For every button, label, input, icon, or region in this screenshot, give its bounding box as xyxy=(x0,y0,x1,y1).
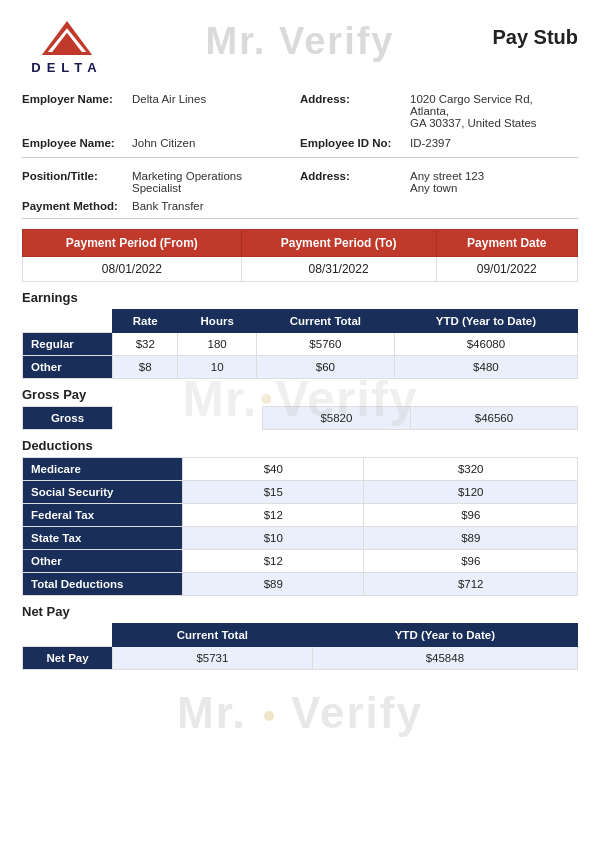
position-section: Position/Title: Marketing Operations Spe… xyxy=(22,162,578,219)
gross-empty2 xyxy=(203,407,263,430)
deduction-medicare-ytd: $320 xyxy=(364,458,578,481)
deduction-row-state: State Tax $10 $89 xyxy=(23,527,578,550)
deduction-state-ytd: $89 xyxy=(364,527,578,550)
position-title-row: Position/Title: Marketing Operations Spe… xyxy=(22,168,300,196)
deduction-total-current: $89 xyxy=(183,573,364,596)
deduction-social-current: $15 xyxy=(183,481,364,504)
gross-label: Gross xyxy=(23,407,113,430)
payment-method-label: Payment Method: xyxy=(22,200,132,212)
net-pay-row: Net Pay $5731 $45848 xyxy=(23,647,578,670)
watermark-bottom: Mr. Verify xyxy=(177,688,423,737)
net-pay-ytd: $45848 xyxy=(312,647,577,670)
gross-table: Gross $5820 $46560 xyxy=(22,406,578,430)
earnings-empty-header xyxy=(23,310,113,333)
gross-pay-title: Gross Pay xyxy=(22,387,578,402)
deduction-row-federal: Federal Tax $12 $96 xyxy=(23,504,578,527)
gross-ytd: $46560 xyxy=(410,407,577,430)
period-to-value: 08/31/2022 xyxy=(241,257,436,282)
earnings-regular-label: Regular xyxy=(23,333,113,356)
deduction-federal-current: $12 xyxy=(183,504,364,527)
employee-id-row: Employee ID No: ID-2397 xyxy=(300,135,578,151)
position-row: Position/Title: Marketing Operations Spe… xyxy=(22,166,578,198)
employee-id-label: Employee ID No: xyxy=(300,137,410,149)
earnings-row-other: Other $8 10 $60 $480 xyxy=(23,356,578,379)
employee-name-label: Employee Name: xyxy=(22,137,132,149)
employee-row: Employee Name: John Citizen Employee ID … xyxy=(22,133,578,153)
earnings-regular-rate: $32 xyxy=(113,333,178,356)
deduction-state-label: State Tax xyxy=(23,527,183,550)
earnings-row-regular: Regular $32 180 $5760 $46080 xyxy=(23,333,578,356)
earnings-table: Rate Hours Current Total YTD (Year to Da… xyxy=(22,309,578,379)
earnings-other-hours: 10 xyxy=(178,356,256,379)
netpay-ytd-header: YTD (Year to Date) xyxy=(312,624,577,647)
delta-text: DELTA xyxy=(31,60,102,75)
deduction-other-current: $12 xyxy=(183,550,364,573)
deduction-social-ytd: $120 xyxy=(364,481,578,504)
net-pay-table: Current Total YTD (Year to Date) Net Pay… xyxy=(22,623,578,670)
position-address-label: Address: xyxy=(300,170,410,182)
position-address-value: Any street 123 Any town xyxy=(410,170,484,194)
earnings-current-header: Current Total xyxy=(256,310,394,333)
employer-section: Employer Name: Delta Air Lines Address: … xyxy=(22,85,578,158)
deduction-medicare-label: Medicare xyxy=(23,458,183,481)
employee-name-row: Employee Name: John Citizen xyxy=(22,135,300,151)
deduction-federal-label: Federal Tax xyxy=(23,504,183,527)
deduction-state-current: $10 xyxy=(183,527,364,550)
deduction-row-medicare: Medicare $40 $320 xyxy=(23,458,578,481)
payment-method-value: Bank Transfer xyxy=(132,200,204,212)
deduction-total-ytd: $712 xyxy=(364,573,578,596)
position-value: Marketing Operations Specialist xyxy=(132,170,242,194)
earnings-other-ytd: $480 xyxy=(394,356,577,379)
deduction-row-total: Total Deductions $89 $712 xyxy=(23,573,578,596)
netpay-empty-header xyxy=(23,624,113,647)
deductions-title: Deductions xyxy=(22,438,578,453)
earnings-other-label: Other xyxy=(23,356,113,379)
employer-address-label: Address: xyxy=(300,93,410,105)
earnings-regular-ytd: $46080 xyxy=(394,333,577,356)
pay-stub-label: Pay Stub xyxy=(488,18,578,49)
gross-empty1 xyxy=(113,407,203,430)
netpay-current-header: Current Total xyxy=(113,624,313,647)
payment-method-row: Payment Method: Bank Transfer xyxy=(22,198,578,214)
deduction-medicare-current: $40 xyxy=(183,458,364,481)
pay-stub-page: Mr. Verify DELTA Mr. Verify Pay Stub Emp… xyxy=(0,0,600,849)
deductions-table: Medicare $40 $320 Social Security $15 $1… xyxy=(22,457,578,596)
watermark-bottom-area: Mr. Verify xyxy=(22,688,578,748)
employee-name-value: John Citizen xyxy=(132,137,195,149)
watermark-bottom-dot xyxy=(264,711,274,721)
earnings-rate-header: Rate xyxy=(113,310,178,333)
logo-area: DELTA xyxy=(22,18,112,75)
earnings-title: Earnings xyxy=(22,290,578,305)
earnings-hours-header: Hours xyxy=(178,310,256,333)
payment-date-value: 09/01/2022 xyxy=(436,257,577,282)
position-label: Position/Title: xyxy=(22,170,132,182)
header-mr-verify: Mr. Verify xyxy=(112,18,488,60)
employer-name-label: Employer Name: xyxy=(22,93,132,105)
header: DELTA Mr. Verify Pay Stub xyxy=(22,18,578,75)
period-from-header: Payment Period (From) xyxy=(23,230,242,257)
deduction-row-social: Social Security $15 $120 xyxy=(23,481,578,504)
net-pay-label: Net Pay xyxy=(23,647,113,670)
employer-address-row: Address: 1020 Cargo Service Rd, Atlanta,… xyxy=(300,91,578,131)
deduction-row-other: Other $12 $96 xyxy=(23,550,578,573)
deduction-social-label: Social Security xyxy=(23,481,183,504)
gross-current: $5820 xyxy=(263,407,411,430)
employer-name-value: Delta Air Lines xyxy=(132,93,206,105)
payment-date-header: Payment Date xyxy=(436,230,577,257)
earnings-ytd-header: YTD (Year to Date) xyxy=(394,310,577,333)
earnings-other-rate: $8 xyxy=(113,356,178,379)
deduction-other-ytd: $96 xyxy=(364,550,578,573)
earnings-regular-hours: 180 xyxy=(178,333,256,356)
deduction-other-label: Other xyxy=(23,550,183,573)
delta-logo xyxy=(37,18,97,58)
employee-id-value: ID-2397 xyxy=(410,137,451,149)
position-address-row: Address: Any street 123 Any town xyxy=(300,168,578,196)
earnings-regular-current: $5760 xyxy=(256,333,394,356)
deduction-total-label: Total Deductions xyxy=(23,573,183,596)
employer-row: Employer Name: Delta Air Lines Address: … xyxy=(22,89,578,133)
deduction-federal-ytd: $96 xyxy=(364,504,578,527)
period-to-header: Payment Period (To) xyxy=(241,230,436,257)
gross-row: Gross $5820 $46560 xyxy=(23,407,578,430)
period-table: Payment Period (From) Payment Period (To… xyxy=(22,229,578,282)
earnings-other-current: $60 xyxy=(256,356,394,379)
